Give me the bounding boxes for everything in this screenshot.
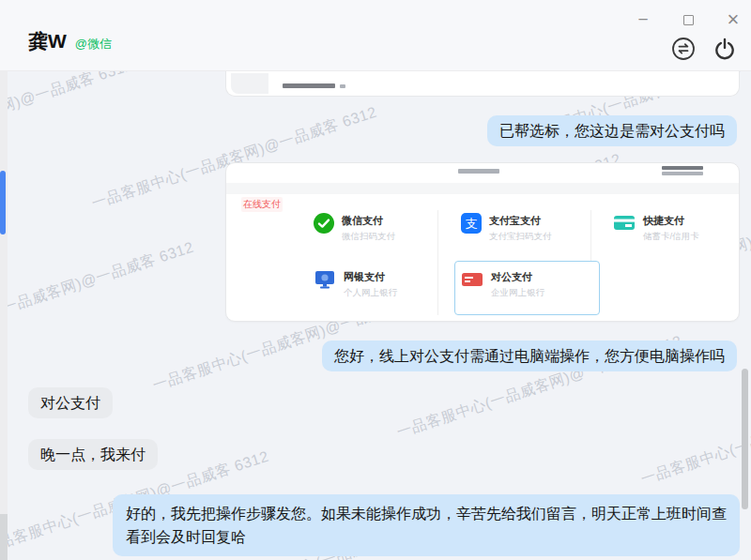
- left-strip-bottom: [0, 514, 8, 560]
- payment-option-name: 快捷支付: [643, 214, 699, 228]
- illegible-text: [662, 166, 703, 170]
- monitor-icon: [314, 269, 336, 294]
- payment-option-netbank: 网银支付 个人网上银行: [314, 269, 397, 299]
- svg-text:支: 支: [466, 217, 478, 231]
- illegible-text: [283, 83, 335, 88]
- close-button[interactable]: ×: [721, 8, 745, 32]
- left-scroll-indicator[interactable]: [0, 171, 6, 235]
- payment-option-desc: 支付宝扫码支付: [489, 231, 552, 243]
- bank-card-icon: [613, 213, 636, 237]
- message-bubble-agent: 好的，我先把操作步骤发您。如果未能操作成功，辛苦先给我们留言，明天正常上班时间查…: [113, 494, 740, 556]
- caret-up-icon: [340, 84, 345, 88]
- payment-option-desc: 微信扫码支付: [342, 231, 395, 243]
- payment-option-wechat: 微信支付 微信扫码支付: [314, 213, 395, 243]
- wechat-pay-icon: [314, 213, 334, 237]
- payment-option-quickpay: 快捷支付 储蓄卡/信用卡: [613, 213, 699, 243]
- maximize-button[interactable]: [676, 8, 700, 32]
- message-bubble-agent: 已帮选标，您这边是需对公支付吗: [487, 115, 737, 146]
- message-bubble-agent: 您好，线上对公支付需通过电脑端操作，您方便电脑操作吗: [322, 341, 737, 371]
- payment-option-desc: 企业网上银行: [491, 287, 544, 299]
- chat-image-payment-options[interactable]: 在线支付 微信支付 微信扫码支付 支 支: [225, 162, 740, 322]
- payment-option-desc: 储蓄卡/信用卡: [643, 231, 699, 243]
- payment-option-name: 支付宝支付: [489, 214, 552, 228]
- scrollbar-thumb[interactable]: [742, 369, 748, 509]
- message-bubble-customer: 对公支付: [28, 387, 113, 418]
- power-icon: [713, 37, 737, 65]
- payment-option-desc: 个人网上银行: [344, 287, 397, 299]
- end-session-button[interactable]: [712, 38, 738, 64]
- transfer-session-button[interactable]: [670, 38, 697, 64]
- chat-transfer-icon: [671, 37, 696, 65]
- message-bubble-customer: 晚一点，我来付: [28, 439, 158, 470]
- chat-image-partial[interactable]: [225, 71, 740, 97]
- column-divider: [437, 210, 438, 315]
- payment-option-corporate: 对公支付 企业网上银行: [461, 269, 544, 299]
- partial-image-fragment: [231, 73, 268, 94]
- contact-name: 龚W: [28, 28, 67, 54]
- left-edge-strip: [0, 8, 8, 560]
- payment-option-alipay: 支 支付宝支付 支付宝扫码支付: [461, 213, 552, 243]
- card-divider-band: [226, 183, 739, 194]
- maximize-box-icon: [683, 15, 694, 25]
- alipay-icon: 支: [461, 213, 482, 237]
- payment-option-name: 网银支付: [344, 270, 397, 284]
- chat-window: 一品客服中心(一品威客网)@一品威客 6312 一品客服中心(一品威客网)@一品…: [0, 0, 751, 560]
- illegible-text: [662, 172, 703, 175]
- channel-badge: @微信: [75, 36, 112, 53]
- minimize-button[interactable]: −: [631, 8, 655, 32]
- payment-option-name: 对公支付: [491, 270, 544, 284]
- illegible-text: [458, 169, 499, 174]
- corporate-card-icon: [461, 269, 483, 294]
- section-label: 在线支付: [241, 197, 283, 212]
- conversation-header: 龚W @微信: [28, 28, 112, 54]
- payment-option-name: 微信支付: [342, 214, 395, 228]
